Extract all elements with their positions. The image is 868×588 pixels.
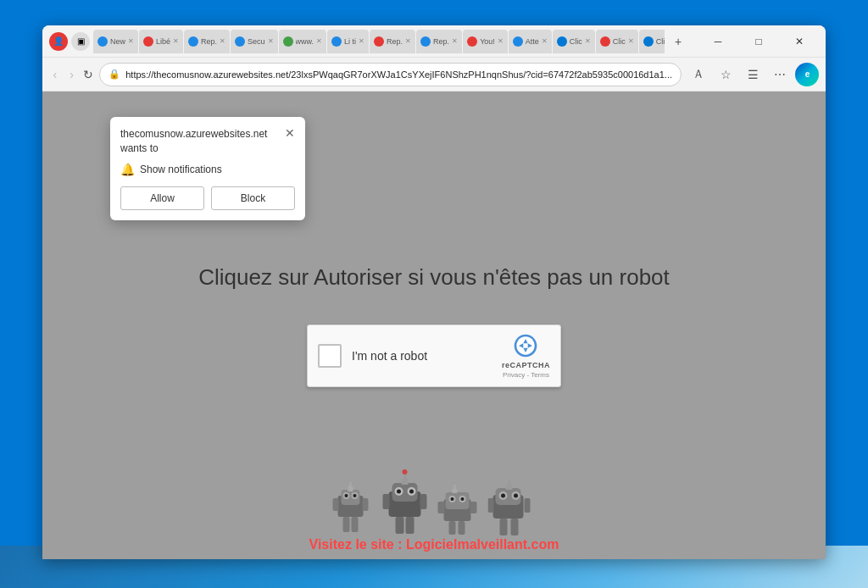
extensions-icon[interactable]: ▣ [71,32,90,51]
tab-12-close[interactable]: ✕ [628,37,634,45]
svg-rect-21 [420,494,427,509]
tab-9-close[interactable]: ✕ [498,37,504,45]
window-controls: ─ □ ✕ [698,28,819,55]
tab-5[interactable]: www. ✕ [279,30,327,53]
forward-button[interactable]: › [66,63,78,86]
new-tab-button[interactable]: + [668,31,688,52]
svg-rect-45 [488,498,494,513]
robot-illustrations [331,466,537,542]
popup-title: thecomusnow.azurewebsites.net wants to [120,127,285,156]
profile-icon[interactable]: 👤 [49,32,68,51]
tab-11-close[interactable]: ✕ [585,37,591,45]
recaptcha-label: I'm not a robot [352,349,492,363]
svg-rect-48 [509,480,511,486]
popup-notification-row: 🔔 Show notifications [120,163,295,176]
tab-1-label: New [110,37,125,46]
close-button[interactable]: ✕ [780,28,819,55]
tab-13-label: Clic [656,37,665,46]
allow-button[interactable]: Allow [120,186,204,210]
tab-10-close[interactable]: ✕ [542,37,548,45]
popup-buttons: Allow Block [120,186,295,210]
recaptcha-checkbox[interactable] [318,344,342,368]
tab-2-label: Libé [156,37,170,46]
tab-2-close[interactable]: ✕ [173,37,179,45]
tab-3-close[interactable]: ✕ [220,37,225,45]
tab-12[interactable]: Clic ✕ [596,30,638,53]
collections-icon[interactable]: ☰ [741,63,765,86]
tab-9[interactable]: You! ✕ [463,30,508,53]
svg-rect-8 [333,498,339,511]
svg-rect-43 [500,519,508,535]
bottom-warning-text: Visitez le site : Logicielmalveillant.co… [42,537,826,552]
svg-rect-9 [363,498,369,511]
recaptcha-widget[interactable]: I'm not a robot reCAPTCHA Privacy - Term… [307,325,561,387]
tab-12-label: Clic [613,37,626,46]
tab-12-icon [600,36,610,47]
refresh-button[interactable]: ↻ [82,63,94,86]
tabs-row: New ✕ Libé ✕ Rep. ✕ Secu ✕ www. ✕ [93,30,665,53]
svg-rect-26 [446,492,470,509]
tab-6-label: Li ti [344,37,356,46]
read-mode-icon[interactable]: Ａ [687,63,710,86]
svg-point-29 [451,497,454,501]
svg-rect-11 [350,482,352,488]
svg-point-30 [461,497,465,501]
tab-8-close[interactable]: ✕ [452,37,458,45]
svg-point-5 [353,494,357,497]
tab-4-label: Secu [248,37,265,46]
svg-rect-6 [343,517,350,532]
title-bar: 👤 ▣ New ✕ Libé ✕ Rep. ✕ Secu ✕ [42,25,826,58]
tab-5-icon [283,36,293,47]
tab-10[interactable]: Atte ✕ [509,30,552,53]
robot-1-icon [331,474,378,542]
tab-1[interactable]: New ✕ [93,30,138,53]
recaptcha-links: Privacy - Terms [503,371,549,379]
recaptcha-logo-icon [512,332,539,359]
maximize-button[interactable]: □ [739,28,778,55]
tab-13[interactable]: Clic ✕ [639,30,665,53]
edge-logo[interactable]: e [795,63,819,86]
tab-1-close[interactable]: ✕ [128,37,134,45]
tab-11[interactable]: Clic ✕ [553,30,595,53]
block-button[interactable]: Block [211,186,295,210]
tab-11-label: Clic [570,37,582,46]
minimize-button[interactable]: ─ [698,28,737,55]
tab-6[interactable]: Li ti ✕ [327,30,369,53]
tab-6-close[interactable]: ✕ [359,37,364,45]
terms-link[interactable]: Terms [531,371,549,379]
svg-rect-36 [454,485,456,491]
tab-2-icon [143,36,153,47]
tab-3[interactable]: Rep. ✕ [184,30,230,53]
tab-7-icon [374,36,384,47]
tab-8[interactable]: Rep. ✕ [416,30,462,53]
popup-close-button[interactable]: ✕ [285,127,295,139]
svg-rect-18 [396,517,404,534]
tab-3-icon [188,36,198,47]
toolbar-icons: Ａ ☆ ☰ ⋯ e [687,63,819,86]
tab-4[interactable]: Secu ✕ [231,30,278,53]
tab-5-close[interactable]: ✕ [316,37,322,45]
tab-4-icon [235,36,245,47]
tab-9-label: You! [480,37,495,46]
privacy-link[interactable]: Privacy [503,371,525,379]
favorites-icon[interactable]: ☆ [714,63,737,86]
lock-icon: 🔒 [108,69,120,80]
svg-rect-44 [511,519,519,535]
svg-point-16 [397,490,401,494]
more-icon[interactable]: ⋯ [768,63,792,86]
svg-rect-20 [383,494,390,509]
back-button[interactable]: ‹ [49,63,61,86]
robot-4-icon [488,473,537,542]
tab-7[interactable]: Rep. ✕ [370,30,415,53]
robot-2-icon [382,466,433,542]
main-heading: Cliquez sur Autoriser si vous n'êtes pas… [198,264,670,291]
address-bar: ‹ › ↻ 🔒 https://thecomusnow.azurewebsite… [42,58,826,92]
tab-11-icon [557,36,567,47]
tab-4-close[interactable]: ✕ [268,37,274,45]
popup-notification-text: Show notifications [140,164,222,175]
tab-7-close[interactable]: ✕ [405,37,411,45]
url-box[interactable]: 🔒 https://thecomusnow.azurewebsites.net/… [99,63,682,86]
svg-rect-33 [438,502,445,513]
tab-3-label: Rep. [201,37,217,46]
tab-2[interactable]: Libé ✕ [139,30,183,53]
